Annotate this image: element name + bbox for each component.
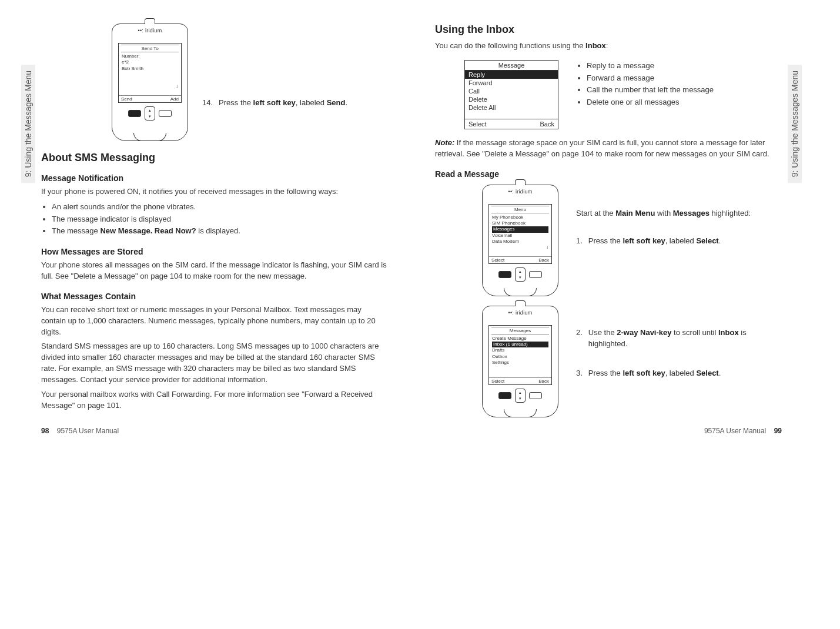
heading-about-sms: About SMS Messaging [41,152,388,164]
phone-softkey-left: Select [491,379,504,384]
message-menu-box: Message Reply Forward Call Delete Delete… [464,60,558,129]
page-footer: 9575A User Manual 99 [435,427,782,435]
phone-line: Number: [122,53,178,59]
menu-item: SIM Phonebook [492,220,548,226]
step-14: 14. Press the left soft key, labeled Sen… [202,97,347,109]
right-soft-key-icon [159,110,172,117]
phone-mock-main-menu: iridium Menu My Phonebook SIM Phonebook … [482,185,558,296]
phone-screen-title: Send To [121,45,179,52]
page-number: 99 [774,427,782,435]
message-menu-item: Forward [465,79,558,87]
manual-name: 9575A User Manual [57,427,119,435]
phone-mock-messages: iridium Messages Create Message Inbox (1… [482,306,558,417]
message-menu-item: Delete [465,95,558,103]
step-2: 2. Use the 2-way Navi-key to scroll unti… [576,327,782,350]
list-item: Reply to a message [587,60,714,72]
phone-softkey-right: Add [170,96,179,102]
body-text: If your phone is powered ON, it notifies… [41,186,388,198]
phone-line: Bob Smith [122,66,178,72]
page-left: 9: Using the Messages Menu iridium Send … [41,24,388,417]
phone-brand: iridium [483,189,558,195]
side-tab-right: 9: Using the Messages Menu [788,65,802,183]
navi-key-icon: ▴▾ [515,389,526,403]
body-text: Standard SMS messages are up to 160 char… [41,341,388,385]
phone-line: e*2 [122,59,178,65]
bullet-list: Reply to a message Forward a message Cal… [576,60,714,109]
message-menu-item: Delete All [465,103,558,112]
heading-notification: Message Notification [41,173,388,183]
body-text: You can do the following functions using… [435,41,782,52]
menu-item: Drafts [492,347,548,353]
page-right: 9: Using the Messages Menu Using the Inb… [435,24,782,417]
phone-softkey-left: Send [121,96,132,102]
msgbox-soft-right: Back [540,121,554,128]
left-soft-key-icon [498,271,511,278]
left-soft-key-icon [498,392,511,399]
page-number: 98 [41,427,49,435]
menu-item: Settings [492,360,548,366]
phone-brand: iridium [483,310,558,316]
navi-key-icon: ▴▾ [515,267,526,282]
phone-brand: iridium [112,28,188,34]
bullet-list: An alert sounds and/or the phone vibrate… [41,201,388,237]
menu-item: Create Message [492,336,548,342]
heading-using-inbox: Using the Inbox [435,24,782,36]
list-item: The message indicator is displayed [52,213,388,226]
right-soft-key-icon [529,271,542,278]
list-item: Call the number that left the message [587,84,714,96]
menu-item: Voicemail [492,233,548,239]
left-soft-key-icon [128,110,141,117]
msgbox-soft-left: Select [468,121,487,128]
phone-softkey-left: Select [491,257,504,263]
list-item: Forward a message [587,72,714,85]
menu-item: Messages [492,226,548,232]
message-menu-item: Reply [465,71,558,79]
body-text: Your personal mailbox works with Call Fo… [41,389,388,411]
phone-screen-title: Messages [491,327,549,334]
phone-screen-title: Menu [491,206,549,213]
menu-item: Outbox [492,354,548,360]
message-menu-item: Call [465,87,558,95]
body-text: You can receive short text or numeric me… [41,305,388,338]
heading-stored: How Messages are Stored [41,247,388,256]
side-tab-left: 9: Using the Messages Menu [21,65,35,183]
phone-softkey-right: Back [538,257,549,263]
navi-key-icon: ▴▾ [145,106,155,121]
phone-softkey-right: Back [538,379,549,384]
page-footer: 98 9575A User Manual [41,427,388,435]
list-item: The message New Message. Read Now? is di… [52,225,388,237]
list-item: Delete one or all messages [587,96,714,109]
phone-mock-send-to: iridium Send To Number: e*2 Bob Smith ↓ … [112,24,188,141]
step-3: 3. Press the left soft key, labeled Sele… [576,367,782,379]
list-item: An alert sounds and/or the phone vibrate… [52,201,388,213]
right-soft-key-icon [529,392,542,399]
body-text: Your phone stores all messages on the SI… [41,260,388,282]
heading-contain: What Messages Contain [41,292,388,301]
note-text: Note: If the message storage space on yo… [435,138,782,160]
body-text: Start at the Main Menu with Messages hig… [576,208,782,219]
message-menu-title: Message [465,61,558,71]
menu-item: Data Modem [492,239,548,245]
menu-item: Inbox (1 unread) [492,342,548,347]
step-1: 1. Press the left soft key, labeled Sele… [576,235,782,247]
menu-item: My Phonebook [492,215,548,220]
heading-read-message: Read a Message [435,169,782,179]
manual-name: 9575A User Manual [704,427,766,435]
